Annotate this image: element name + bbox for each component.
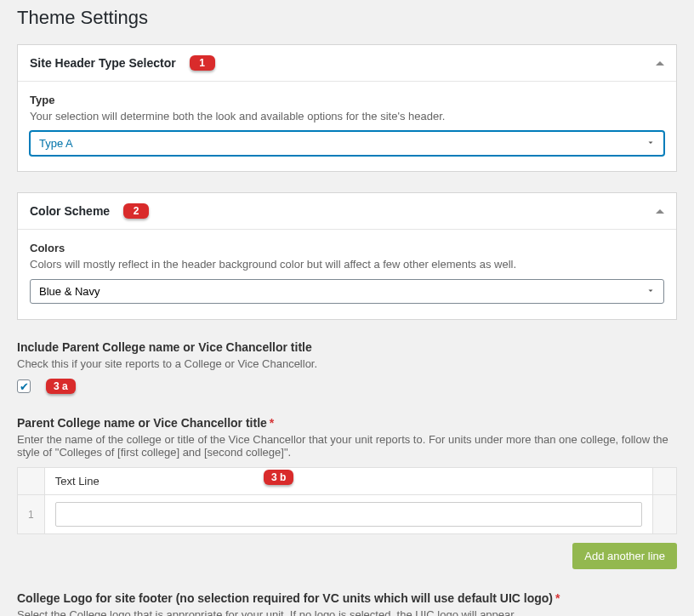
section-header-type: Site Header Type Selector 1 Type Your se…: [17, 44, 677, 172]
table-column-header: Text Line: [44, 468, 652, 495]
annotation-badge-3a: 3 a: [46, 379, 76, 394]
row-action-cell[interactable]: [653, 495, 677, 534]
college-logo-group: College Logo for site footer (no selecti…: [17, 591, 677, 616]
color-scheme-select[interactable]: Blue & Navy: [30, 279, 664, 304]
field-label: Colors: [30, 242, 664, 254]
field-description: Colors will mostly reflect in the header…: [30, 258, 664, 271]
field-description: Select the College logo that is appropri…: [17, 608, 677, 616]
textline-input[interactable]: [55, 502, 642, 527]
field-label: Parent College name or Vice Chancellor t…: [17, 416, 677, 430]
table-row: 1: [18, 495, 677, 534]
page-title: Theme Settings: [17, 0, 677, 44]
field-label: Type: [30, 94, 664, 106]
table-handle-header: [18, 468, 45, 495]
add-line-button[interactable]: Add another line: [572, 543, 677, 569]
section-color-scheme: Color Scheme 2 Colors Colors will mostly…: [17, 192, 677, 320]
accordion-body: Colors Colors will mostly reflect in the…: [18, 230, 676, 319]
row-number[interactable]: 1: [18, 495, 45, 534]
accordion-title-text: Color Scheme: [30, 204, 110, 218]
accordion-body: Type Your selection will determine both …: [18, 82, 676, 171]
required-asterisk: *: [270, 416, 274, 430]
parent-college-name-group: Parent College name or Vice Chancellor t…: [17, 416, 677, 569]
annotation-badge-2: 2: [123, 203, 149, 219]
collapse-icon: [656, 209, 664, 214]
include-parent-checkbox[interactable]: ✔: [17, 379, 31, 393]
collapse-icon: [656, 61, 664, 66]
accordion-header[interactable]: Site Header Type Selector 1: [18, 45, 676, 82]
field-description: Check this if your site reports to a Col…: [17, 357, 677, 370]
field-label: Include Parent College name or Vice Chan…: [17, 340, 677, 354]
header-type-select[interactable]: Type A: [30, 131, 664, 156]
table-action-header: [653, 468, 677, 495]
annotation-badge-3b: 3 b: [264, 470, 293, 485]
include-parent-group: Include Parent College name or Vice Chan…: [17, 340, 677, 394]
annotation-badge-1: 1: [190, 55, 215, 71]
field-description: Enter the name of the college or title o…: [17, 433, 677, 459]
textline-table: Text Line 1: [17, 467, 677, 534]
field-label: College Logo for site footer (no selecti…: [17, 591, 677, 605]
required-asterisk: *: [555, 591, 560, 605]
field-description: Your selection will determine both the l…: [30, 110, 664, 123]
accordion-header[interactable]: Color Scheme 2: [18, 193, 676, 230]
accordion-title-text: Site Header Type Selector: [30, 56, 176, 70]
